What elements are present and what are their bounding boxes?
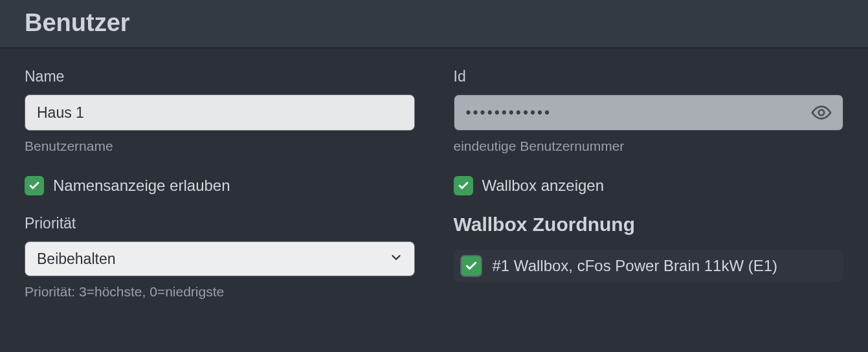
allow-name-display-checkbox[interactable] [25, 176, 44, 195]
reveal-id-button[interactable] [808, 100, 834, 126]
name-label: Name [25, 68, 415, 85]
priority-helper: Priorität: 3=höchste, 0=niedrigste [25, 284, 415, 300]
priority-select[interactable]: Beibehalten [25, 241, 415, 276]
show-wallbox-label: Wallbox anzeigen [482, 177, 605, 195]
name-input[interactable] [25, 94, 415, 131]
right-column: Id eindeutige Benutzernummer Wallbox anz… [454, 68, 844, 300]
form-body: Name Benutzername Namensanzeige erlauben… [0, 49, 868, 300]
id-input[interactable] [454, 94, 844, 131]
wallbox-assignment-row: #1 Wallbox, cFos Power Brain 11kW (E1) [454, 250, 844, 282]
allow-name-display-row: Namensanzeige erlauben [25, 176, 415, 195]
id-field-group: Id eindeutige Benutzernummer [454, 68, 844, 154]
allow-name-display-label: Namensanzeige erlauben [53, 177, 230, 195]
id-input-wrap [454, 94, 844, 131]
page-title: Benutzer [25, 9, 843, 37]
name-field-group: Name Benutzername [25, 68, 415, 154]
priority-select-wrap: Beibehalten [25, 241, 415, 276]
name-helper: Benutzername [25, 138, 415, 154]
eye-icon [811, 102, 832, 123]
wallbox-assignment-label: #1 Wallbox, cFos Power Brain 11kW (E1) [493, 257, 778, 275]
wallbox-assignment-checkbox[interactable] [460, 255, 482, 277]
id-helper: eindeutige Benutzernummer [454, 138, 844, 154]
check-icon [28, 180, 40, 192]
svg-point-0 [819, 110, 825, 116]
priority-field-group: Priorität Beibehalten Priorität: 3=höchs… [25, 215, 415, 300]
check-icon [458, 180, 469, 192]
id-label: Id [454, 68, 844, 85]
wallbox-assignment-title: Wallbox Zuordnung [454, 214, 844, 236]
check-icon [465, 259, 478, 272]
show-wallbox-checkbox[interactable] [454, 176, 473, 195]
show-wallbox-row: Wallbox anzeigen [454, 176, 844, 195]
panel-header: Benutzer [0, 0, 868, 49]
left-column: Name Benutzername Namensanzeige erlauben… [25, 68, 415, 300]
priority-label: Priorität [25, 215, 415, 232]
